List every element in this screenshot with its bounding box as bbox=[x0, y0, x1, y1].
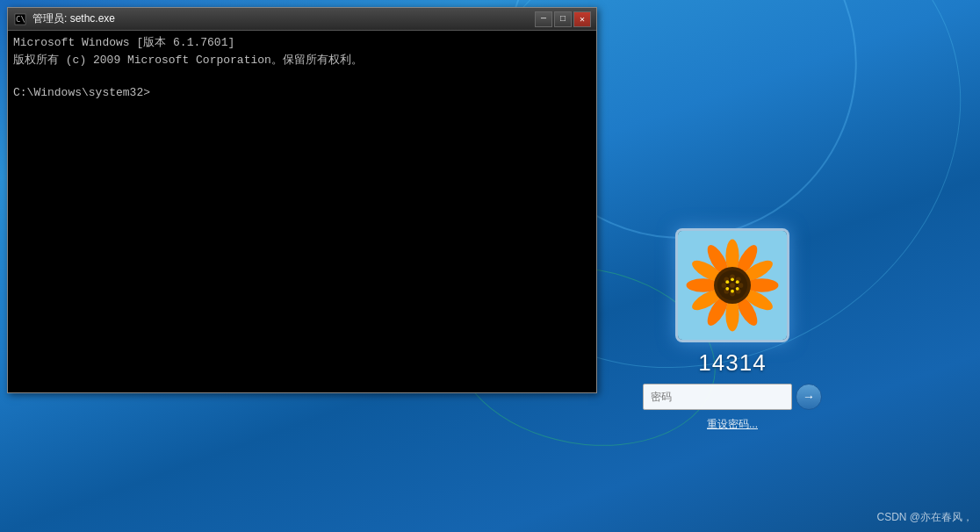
cmd-window-buttons: ─ □ ✕ bbox=[535, 11, 591, 27]
password-submit-button[interactable]: → bbox=[796, 384, 822, 410]
svg-point-20 bbox=[739, 283, 744, 288]
svg-point-27 bbox=[736, 280, 739, 284]
svg-point-29 bbox=[731, 290, 734, 293]
close-button[interactable]: ✕ bbox=[573, 11, 591, 27]
cmd-prompt[interactable]: C:\Windows\system32> bbox=[13, 86, 591, 99]
cmd-window: C\ 管理员: sethc.exe ─ □ ✕ Microsoft Window… bbox=[7, 7, 597, 393]
svg-text:C\: C\ bbox=[16, 15, 25, 24]
cmd-body: Microsoft Windows [版本 6.1.7601] 版权所有 (c)… bbox=[8, 31, 596, 392]
cmd-line1: Microsoft Windows [版本 6.1.7601] bbox=[13, 34, 591, 52]
maximize-button[interactable]: □ bbox=[554, 11, 572, 27]
cmd-title-text: 管理员: sethc.exe bbox=[32, 11, 535, 26]
svg-point-30 bbox=[725, 287, 729, 291]
reset-password-link[interactable]: 重设密码... bbox=[707, 417, 758, 432]
cmd-line3 bbox=[13, 68, 591, 86]
cmd-icon: C\ bbox=[13, 12, 27, 26]
cmd-line2: 版权所有 (c) 2009 Microsoft Corporation。保留所有… bbox=[13, 52, 591, 69]
cmd-titlebar: C\ 管理员: sethc.exe ─ □ ✕ bbox=[8, 8, 596, 31]
svg-point-25 bbox=[730, 283, 735, 288]
submit-arrow-icon: → bbox=[805, 390, 812, 404]
csdn-watermark: CSDN @亦在春风， bbox=[876, 510, 973, 525]
user-name: 14314 bbox=[698, 349, 766, 377]
svg-point-28 bbox=[736, 287, 739, 291]
login-panel: 14314 → 重设密码... bbox=[643, 228, 822, 432]
password-input[interactable] bbox=[643, 384, 792, 410]
password-row: → bbox=[643, 384, 822, 410]
svg-point-31 bbox=[725, 280, 729, 284]
desktop: C\ 管理员: sethc.exe ─ □ ✕ Microsoft Window… bbox=[0, 0, 980, 532]
svg-point-26 bbox=[731, 277, 734, 281]
minimize-button[interactable]: ─ bbox=[535, 11, 552, 27]
svg-point-24 bbox=[722, 283, 727, 288]
user-avatar bbox=[675, 228, 789, 342]
